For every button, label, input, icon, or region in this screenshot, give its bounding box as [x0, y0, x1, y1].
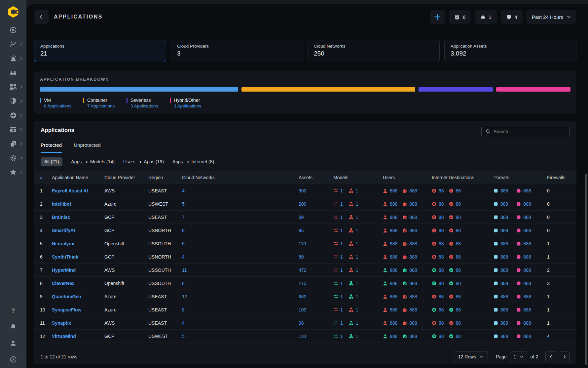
internet-allowed-count-link[interactable]: 88	[456, 201, 461, 207]
filter-1[interactable]: Apps ➔ Models (14)	[71, 159, 115, 164]
users-person-count-link[interactable]: 888	[390, 281, 397, 286]
filter-3[interactable]: Apps ➔ Internet (8)	[172, 159, 214, 164]
internet-allowed-count-link[interactable]: 88	[456, 241, 461, 246]
users-person-count-link[interactable]: 888	[390, 320, 397, 326]
prev-page-button[interactable]	[545, 351, 556, 362]
threats-web-count-link[interactable]: 888	[523, 281, 531, 286]
internet-allowed-count-link[interactable]: 88	[456, 334, 461, 339]
model-cluster-count-link[interactable]: 1	[356, 334, 358, 339]
internet-allowed-count-link[interactable]: 88	[456, 215, 461, 220]
model-cluster-count-link[interactable]: 1	[356, 254, 358, 260]
users-person-count-link[interactable]: 888	[390, 201, 397, 207]
users-bot-count-link[interactable]: 888	[409, 201, 417, 207]
internet-blocked-count-link[interactable]: 88	[439, 281, 444, 286]
application-name-link[interactable]: Payroll Assist AI	[52, 188, 88, 193]
users-person-count-link[interactable]: 888	[390, 307, 397, 312]
internet-allowed-count-link[interactable]: 88	[456, 254, 461, 260]
assets-link[interactable]: 200	[299, 201, 306, 207]
threats-network-count-link[interactable]: 888	[500, 188, 508, 193]
assets-link[interactable]: 89	[299, 215, 304, 220]
users-bot-count-link[interactable]: 888	[409, 254, 417, 260]
users-person-count-link[interactable]: 888	[390, 254, 397, 260]
users-bot-count-link[interactable]: 888	[409, 267, 417, 273]
users-person-count-link[interactable]: 888	[390, 334, 397, 339]
sidebar-item-defend[interactable]	[4, 97, 23, 105]
sidebar-item-inventory[interactable]	[4, 83, 23, 91]
internet-blocked-count-link[interactable]: 88	[439, 241, 444, 246]
model-tune-count-link[interactable]: 1	[340, 294, 343, 299]
legend-count-link[interactable]: 8 Applications	[44, 103, 71, 108]
sidebar-item-expand[interactable]	[9, 355, 18, 363]
threats-web-count-link[interactable]: 888	[523, 201, 531, 207]
cloud-networks-link[interactable]: 12	[182, 294, 187, 299]
threats-network-count-link[interactable]: 888	[500, 254, 508, 260]
threats-network-count-link[interactable]: 888	[500, 294, 508, 299]
internet-allowed-count-link[interactable]: 88	[456, 188, 461, 193]
model-cluster-count-link[interactable]: 1	[356, 281, 358, 286]
assets-link[interactable]: 80	[299, 254, 304, 260]
filter-2[interactable]: Users ➔ Apps (19)	[123, 159, 164, 164]
threats-network-count-link[interactable]: 888	[500, 281, 508, 286]
page-select[interactable]: 1	[510, 351, 527, 362]
users-bot-count-link[interactable]: 888	[409, 294, 417, 299]
vertical-scrollbar[interactable]	[585, 174, 587, 365]
users-person-count-link[interactable]: 888	[390, 228, 397, 233]
stat-card-cloud-networks[interactable]: Cloud Networks 250	[308, 40, 440, 62]
model-tune-count-link[interactable]: 1	[340, 334, 343, 339]
threats-web-count-link[interactable]: 888	[523, 254, 531, 260]
internet-allowed-count-link[interactable]: 88	[456, 307, 461, 312]
threats-web-count-link[interactable]: 888	[523, 307, 531, 312]
model-tune-count-link[interactable]: 1	[340, 228, 343, 233]
application-name-link[interactable]: VirtuoMind	[52, 334, 76, 339]
threats-web-count-link[interactable]: 888	[523, 334, 531, 339]
assets-link[interactable]: 682	[299, 294, 306, 299]
cloud-networks-link[interactable]: 4	[182, 188, 185, 193]
internet-allowed-count-link[interactable]: 88	[456, 267, 461, 273]
model-cluster-count-link[interactable]: 1	[356, 307, 358, 312]
tab-protected[interactable]: Protected	[41, 142, 62, 153]
internet-blocked-count-link[interactable]: 88	[439, 228, 444, 233]
cloud-networks-link[interactable]: 8	[182, 281, 185, 286]
cloud-networks-link[interactable]: 7	[182, 215, 185, 220]
model-cluster-count-link[interactable]: 1	[356, 267, 358, 273]
sidebar-item-help[interactable]: ?	[9, 307, 18, 315]
stat-card-application-assets[interactable]: Application Assets 3,092	[444, 40, 576, 62]
users-bot-count-link[interactable]: 888	[409, 241, 417, 246]
assets-link[interactable]: 100	[299, 307, 306, 312]
legend-count-link[interactable]: 7 Applications	[87, 103, 115, 108]
users-bot-count-link[interactable]: 888	[409, 334, 417, 339]
model-cluster-count-link[interactable]: 1	[356, 320, 358, 326]
threats-web-count-link[interactable]: 888	[523, 294, 531, 299]
sidebar-item-favorites[interactable]	[4, 168, 23, 176]
internet-blocked-count-link[interactable]: 88	[439, 215, 444, 220]
sidebar-item-settings[interactable]	[4, 154, 23, 162]
assets-link[interactable]: 275	[299, 281, 306, 286]
assets-link[interactable]: 95	[299, 228, 304, 233]
assets-link[interactable]: 110	[299, 241, 306, 246]
next-page-button[interactable]	[559, 351, 570, 362]
internet-allowed-count-link[interactable]: 88	[456, 294, 461, 299]
time-range-dropdown[interactable]: Past 24 Hours	[527, 10, 576, 24]
internet-blocked-count-link[interactable]: 88	[439, 307, 444, 312]
threats-network-count-link[interactable]: 888	[500, 334, 508, 339]
sidebar-item-discover[interactable]	[4, 40, 23, 48]
cloud-networks-link[interactable]: 8	[182, 228, 185, 233]
users-person-count-link[interactable]: 888	[390, 188, 397, 193]
assets-link[interactable]: 110	[299, 334, 306, 339]
stat-card-cloud-providers[interactable]: Cloud Providers 3	[171, 40, 303, 62]
stat-card-applications[interactable]: Applications 21	[34, 40, 166, 62]
application-name-link[interactable]: Synaptix	[52, 320, 71, 326]
tab-unprotected[interactable]: Unprotected	[74, 142, 101, 153]
legend-count-link[interactable]: 3 Applications	[130, 103, 158, 108]
threats-web-count-link[interactable]: 888	[523, 215, 531, 220]
threats-network-count-link[interactable]: 888	[500, 215, 508, 220]
users-person-count-link[interactable]: 888	[390, 215, 397, 220]
assets-link[interactable]: 98	[299, 320, 304, 326]
threats-network-count-link[interactable]: 888	[500, 241, 508, 246]
model-cluster-count-link[interactable]: 1	[356, 188, 358, 193]
cloud-networks-link[interactable]: 8	[182, 307, 185, 312]
cloud-networks-link[interactable]: 4	[182, 320, 185, 326]
threats-web-count-link[interactable]: 888	[523, 241, 531, 246]
internet-blocked-count-link[interactable]: 88	[439, 294, 444, 299]
users-person-count-link[interactable]: 888	[390, 267, 397, 273]
